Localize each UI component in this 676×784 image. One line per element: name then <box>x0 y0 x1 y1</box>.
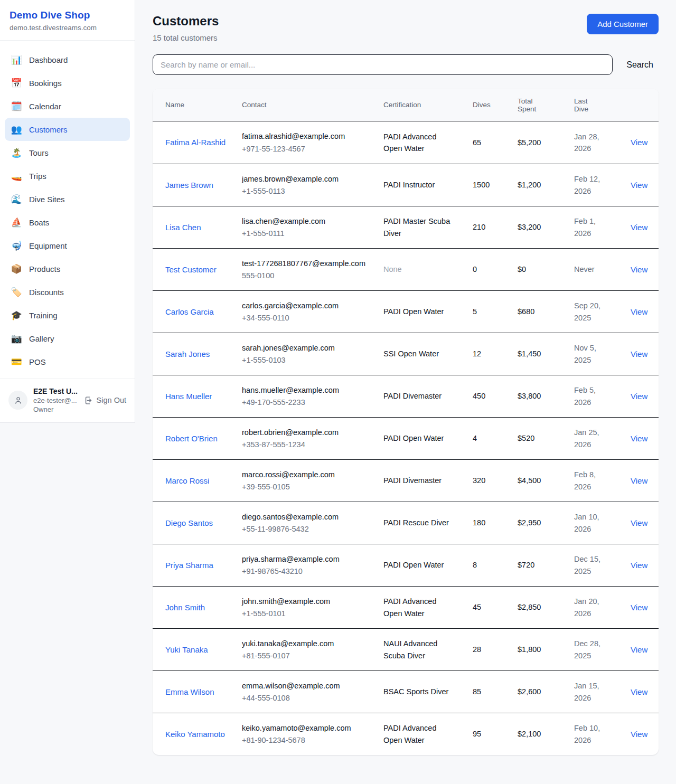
customer-name-link[interactable]: Sarah Jones <box>165 348 210 360</box>
sidebar-item-label: Dashboard <box>29 55 68 64</box>
last-dive-date: Feb 12, 2026 <box>574 173 631 197</box>
view-link[interactable]: View <box>631 223 647 232</box>
customer-phone: +91-98765-43210 <box>242 565 374 577</box>
page-header: Customers 15 total customers Add Custome… <box>153 14 659 42</box>
certification: PADI Divemaster <box>383 390 442 402</box>
contact-cell: lisa.chen@example.com +1-555-0111 <box>242 215 383 240</box>
contact-cell: diego.santos@example.com +55-11-99876-54… <box>242 511 383 535</box>
table-row: Carlos Garcia carlos.garcia@example.com … <box>153 290 659 333</box>
boats-icon: ⛵ <box>11 217 22 228</box>
customer-name-link[interactable]: Diego Santos <box>165 517 213 529</box>
last-dive-date: Dec 15, 2025 <box>574 553 631 577</box>
customer-name-link[interactable]: Robert O'Brien <box>165 432 218 445</box>
sidebar: Demo Dive Shop demo.test.divestreams.com… <box>0 0 135 423</box>
customer-name-link[interactable]: Hans Mueller <box>165 390 212 402</box>
view-link[interactable]: View <box>631 645 647 654</box>
total-spent: $0 <box>518 263 574 275</box>
search-input[interactable] <box>153 54 613 75</box>
sidebar-item-products[interactable]: 📦 Products <box>5 257 130 280</box>
sidebar-item-customers[interactable]: 👥 Customers <box>5 118 130 141</box>
sidebar-item-dashboard[interactable]: 📊 Dashboard <box>5 48 130 71</box>
table-row: Robert O'Brien robert.obrien@example.com… <box>153 417 659 459</box>
view-link[interactable]: View <box>631 181 647 190</box>
sidebar-item-trips[interactable]: 🚤 Trips <box>5 164 130 187</box>
view-link[interactable]: View <box>631 687 647 696</box>
sidebar-item-label: Training <box>29 311 58 320</box>
sidebar-item-pos[interactable]: 💳 POS <box>5 350 130 373</box>
sidebar-item-bookings[interactable]: 📅 Bookings <box>5 71 130 95</box>
customer-name-link[interactable]: Lisa Chen <box>165 221 201 233</box>
view-link[interactable]: View <box>631 476 647 485</box>
dives-count: 210 <box>473 221 518 233</box>
customer-phone: +1-555-0101 <box>242 608 374 619</box>
certification: NAUI Advanced Scuba Diver <box>383 638 452 662</box>
sidebar-item-boats[interactable]: ⛵ Boats <box>5 211 130 234</box>
certification: None <box>383 263 402 275</box>
dive-sites-icon: 🌊 <box>11 194 22 205</box>
view-link[interactable]: View <box>631 561 647 570</box>
search-button[interactable]: Search <box>613 60 659 70</box>
total-spent: $5,200 <box>518 137 574 148</box>
customer-name-link[interactable]: Priya Sharma <box>165 559 213 571</box>
view-link[interactable]: View <box>631 307 647 316</box>
sidebar-item-label: Customers <box>29 125 68 134</box>
sidebar-item-discounts[interactable]: 🏷️ Discounts <box>5 280 130 304</box>
customer-email: test-1772681807767@example.com <box>242 258 374 269</box>
customer-name-link[interactable]: John Smith <box>165 601 205 613</box>
customer-phone: +1-555-0113 <box>242 185 374 197</box>
column-header-contact: Contact <box>242 101 383 109</box>
view-link[interactable]: View <box>631 603 647 612</box>
customer-name-link[interactable]: Emma Wilson <box>165 686 214 698</box>
equipment-icon: 🤿 <box>11 240 22 251</box>
table-row: Emma Wilson emma.wilson@example.com +44-… <box>153 670 659 713</box>
customers-icon: 👥 <box>11 124 22 135</box>
sidebar-item-dive-sites[interactable]: 🌊 Dive Sites <box>5 187 130 211</box>
customer-email: john.smith@example.com <box>242 596 374 607</box>
view-link[interactable]: View <box>631 518 647 527</box>
view-link[interactable]: View <box>631 350 647 358</box>
sidebar-nav: 📊 Dashboard 📅 Bookings 🗓️ Calendar 👥 Cus… <box>0 41 135 379</box>
last-dive-date: Feb 1, 2026 <box>574 215 631 239</box>
dives-count: 8 <box>473 559 518 571</box>
total-spent: $2,100 <box>518 728 574 740</box>
customer-name-link[interactable]: Carlos Garcia <box>165 306 214 318</box>
contact-cell: keiko.yamamoto@example.com +81-90-1234-5… <box>242 722 383 747</box>
customer-name-link[interactable]: Keiko Yamamoto <box>165 728 225 740</box>
table-row: Diego Santos diego.santos@example.com +5… <box>153 502 659 544</box>
sidebar-item-training[interactable]: 🎓 Training <box>5 304 130 327</box>
customer-name-link[interactable]: Yuki Tanaka <box>165 644 208 656</box>
contact-cell: fatima.alrashid@example.com +971-55-123-… <box>242 130 383 155</box>
dives-count: 45 <box>473 601 518 613</box>
sidebar-item-label: Equipment <box>29 241 67 250</box>
sign-out-button[interactable]: Sign Out <box>84 396 126 405</box>
view-link[interactable]: View <box>631 730 647 739</box>
last-dive-date: Feb 8, 2026 <box>574 469 631 493</box>
page-header-text: Customers 15 total customers <box>153 14 219 42</box>
view-link[interactable]: View <box>631 434 647 443</box>
contact-cell: james.brown@example.com +1-555-0113 <box>242 173 383 197</box>
sidebar-item-equipment[interactable]: 🤿 Equipment <box>5 234 130 257</box>
customer-phone: +49-170-555-2233 <box>242 396 374 408</box>
view-link[interactable]: View <box>631 265 647 274</box>
customer-email: lisa.chen@example.com <box>242 215 374 227</box>
shop-domain: demo.test.divestreams.com <box>10 24 125 32</box>
certification: SSI Open Water <box>383 348 439 360</box>
customer-name-link[interactable]: Fatima Al-Rashid <box>165 136 226 148</box>
total-spent: $1,800 <box>518 644 574 655</box>
sidebar-item-label: Bookings <box>29 79 62 88</box>
customer-name-link[interactable]: Test Customer <box>165 263 217 276</box>
sidebar-item-calendar[interactable]: 🗓️ Calendar <box>5 95 130 118</box>
sidebar-item-gallery[interactable]: 📷 Gallery <box>5 327 130 350</box>
sidebar-item-tours[interactable]: 🏝️ Tours <box>5 141 130 164</box>
customer-name-link[interactable]: James Brown <box>165 179 213 191</box>
brand-block: Demo Dive Shop demo.test.divestreams.com <box>0 0 135 41</box>
view-link[interactable]: View <box>631 138 647 147</box>
column-header-total-spent: Total Spent <box>518 97 574 113</box>
user-role: Owner <box>33 405 78 413</box>
add-customer-button[interactable]: Add Customer <box>587 14 659 34</box>
bookings-icon: 📅 <box>11 78 22 89</box>
customer-name-link[interactable]: Marco Rossi <box>165 475 209 487</box>
view-link[interactable]: View <box>631 392 647 401</box>
last-dive-date: Dec 28, 2025 <box>574 638 631 662</box>
dives-count: 450 <box>473 390 518 402</box>
